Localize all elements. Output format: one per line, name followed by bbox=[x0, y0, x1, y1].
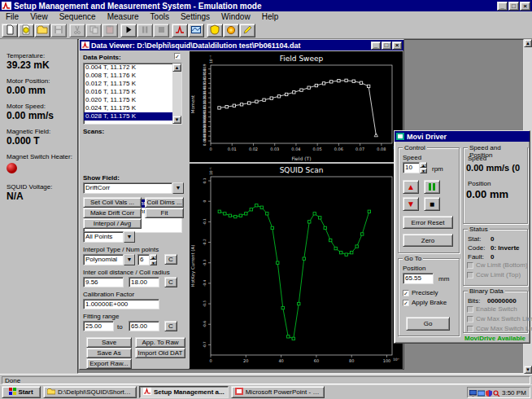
chevron-down-icon[interactable]: ▼ bbox=[124, 231, 135, 243]
open-folder-button[interactable] bbox=[34, 24, 50, 37]
network-icon[interactable] bbox=[477, 385, 485, 399]
menu-settings[interactable]: Settings bbox=[175, 12, 216, 21]
list-item[interactable]: 0.024 T, 11.175 K bbox=[84, 104, 172, 112]
spinner-down-icon[interactable]: ▼ bbox=[420, 168, 427, 173]
svg-text:0.02: 0.02 bbox=[249, 147, 258, 151]
scroll-down-icon[interactable]: ▼ bbox=[172, 116, 181, 124]
interpol-type-combo[interactable]: Polynomial ▼ bbox=[83, 254, 135, 265]
list-item[interactable]: 0.004 T, 11.172 K bbox=[84, 64, 172, 72]
fit-from-field[interactable]: 25.00 bbox=[83, 321, 114, 331]
clear-coil-button[interactable]: C bbox=[164, 277, 177, 287]
error-reset-button[interactable]: Error Reset bbox=[403, 216, 453, 229]
menu-help[interactable]: Help bbox=[256, 12, 285, 21]
jog-down-button[interactable]: ▼ bbox=[403, 197, 419, 211]
alarm-button[interactable] bbox=[223, 24, 239, 37]
export-raw-button[interactable]: Export Raw... bbox=[86, 358, 132, 369]
menu-view[interactable]: View bbox=[24, 12, 54, 21]
magnifier-icon[interactable] bbox=[493, 385, 499, 399]
calibration-field[interactable]: 1.00000E+000 bbox=[83, 299, 159, 309]
menu-window[interactable]: Window bbox=[216, 12, 256, 21]
checkbox-apply-brake[interactable]: ✓Apply Brake bbox=[403, 299, 447, 306]
list-item[interactable]: 0.028 T, 11.175 K bbox=[84, 112, 172, 121]
svg-text:0.07: 0.07 bbox=[355, 147, 364, 151]
scroll-down-icon[interactable]: ▼ bbox=[524, 366, 532, 374]
spinner-up-icon[interactable]: ▲ bbox=[420, 162, 427, 168]
goto-position-field[interactable]: 65.55 bbox=[403, 273, 434, 284]
chevron-down-icon[interactable]: ▼ bbox=[172, 182, 184, 194]
edit-pen-button[interactable] bbox=[239, 24, 255, 37]
sp-position-value: 0.00 mm bbox=[466, 188, 508, 200]
checkbox-box[interactable]: ✓ bbox=[403, 300, 409, 306]
movi-titlebar: Movi Driver bbox=[395, 131, 530, 142]
squid-scan-chart: 0204060801000.10-0.1-0.2-0.3-0.4-0.5-0.6… bbox=[190, 164, 403, 369]
speed-stepper[interactable]: 10 ▲ ▼ bbox=[403, 162, 427, 173]
list-item[interactable]: 0.012 T, 11.175 K bbox=[84, 80, 172, 88]
taskbar-task-1[interactable]: Setup Management a... bbox=[139, 386, 229, 398]
display-icon[interactable] bbox=[469, 385, 477, 399]
import-old-dat-button[interactable]: Import Old DAT bbox=[135, 348, 185, 358]
paste-button bbox=[102, 24, 118, 37]
status-checkboxes: Cw Limit (Bottom)Ccw Limit (Top) bbox=[467, 261, 528, 281]
spinner-down-icon[interactable]: ▼ bbox=[150, 260, 157, 265]
maximize-button[interactable]: □ bbox=[508, 2, 519, 11]
chevron-down-icon[interactable]: ▼ bbox=[124, 254, 135, 265]
spinner-up-icon[interactable]: ▲ bbox=[150, 254, 157, 260]
coil-radius-field[interactable]: 18.00 bbox=[129, 277, 159, 287]
data-points-checkbox[interactable]: ✓ bbox=[174, 53, 181, 59]
data-points-scrollbar[interactable]: ▲ ▼ bbox=[172, 64, 181, 124]
dv-close-button[interactable]: × bbox=[392, 42, 402, 50]
go-button[interactable]: Go bbox=[406, 317, 450, 331]
shield-button[interactable] bbox=[207, 24, 223, 37]
peak-measure-button[interactable] bbox=[172, 24, 188, 37]
scroll-up-icon[interactable]: ▲ bbox=[524, 39, 532, 47]
play-button[interactable] bbox=[120, 24, 137, 37]
list-item[interactable]: 0.008 T, 11.176 K bbox=[84, 72, 172, 80]
status-row-value: 0: Inverte bbox=[491, 244, 520, 252]
interpol-avg-button[interactable]: Interpol / Avg bbox=[83, 218, 142, 229]
close-button[interactable]: × bbox=[520, 2, 530, 11]
zero-button[interactable]: Zero bbox=[403, 234, 453, 247]
checkbox-box[interactable]: ✓ bbox=[403, 290, 409, 296]
jog-up-button[interactable]: ▲ bbox=[403, 180, 419, 194]
fit-to-field[interactable]: 65.00 bbox=[129, 321, 159, 331]
all-points-combo[interactable]: All Points ▼ bbox=[83, 231, 135, 243]
stop-button[interactable]: ■ bbox=[424, 197, 440, 211]
dv-maximize-button[interactable]: □ bbox=[382, 42, 391, 50]
app-to-raw-button[interactable]: App. To Raw bbox=[135, 337, 185, 348]
rpm-label: rpm bbox=[432, 165, 443, 173]
save-button[interactable]: Save bbox=[86, 337, 132, 348]
taskbar-task-0[interactable]: D:\Delphi\SQUID\Shortcuts bbox=[43, 386, 137, 398]
open-recent-button[interactable] bbox=[18, 24, 34, 37]
svg-text:-0.3: -0.3 bbox=[203, 259, 207, 266]
task-label: D:\Delphi\SQUID\Shortcuts bbox=[58, 388, 133, 396]
new-document-button[interactable] bbox=[2, 24, 18, 37]
menu-sequence[interactable]: Sequence bbox=[54, 12, 102, 21]
start-button[interactable]: Start bbox=[2, 386, 41, 398]
clear-fitting-button[interactable]: C bbox=[164, 321, 177, 331]
taskbar-task-2[interactable]: Microsoft PowerPoint - [P... bbox=[231, 386, 325, 398]
dv-minimize-button[interactable]: _ bbox=[371, 42, 381, 50]
list-item[interactable]: 0.016 T, 11.175 K bbox=[84, 88, 172, 96]
save-as-button[interactable]: Save As bbox=[86, 348, 132, 358]
menu-tools[interactable]: Tools bbox=[145, 12, 175, 21]
clear-interpol-button[interactable]: C bbox=[164, 254, 177, 265]
shield-icon[interactable] bbox=[486, 385, 492, 399]
fit-button[interactable]: Fit bbox=[145, 208, 184, 218]
minimize-button[interactable]: _ bbox=[497, 2, 508, 11]
num-points-stepper[interactable]: 6 ▲ ▼ bbox=[137, 254, 157, 265]
scan-view-button[interactable] bbox=[188, 24, 204, 37]
make-drift-corr-button[interactable]: Make Drift Corr bbox=[83, 208, 142, 218]
menu-measure[interactable]: Measure bbox=[102, 12, 145, 21]
data-points-list[interactable]: ▲ ▼ 0.004 T, 11.172 K0.008 T, 11.176 K0.… bbox=[83, 63, 182, 125]
menu-file[interactable]: File bbox=[0, 12, 24, 21]
show-field-combo[interactable]: DriftCorr ▼ bbox=[83, 182, 184, 194]
paste-icon bbox=[104, 24, 116, 37]
scroll-up-icon[interactable]: ▲ bbox=[172, 64, 181, 72]
coil-dims-button[interactable]: Coil Dims ... bbox=[145, 197, 184, 208]
checkbox-precisely[interactable]: ✓Precisely bbox=[403, 289, 447, 296]
pause-button[interactable] bbox=[424, 180, 440, 194]
list-item[interactable]: 0.020 T, 11.175 K bbox=[84, 96, 172, 104]
coil-distance-field[interactable]: 9.56 bbox=[83, 277, 124, 287]
set-coil-vals-button[interactable]: Set Coil Vals ... bbox=[83, 197, 142, 208]
binary-checkboxes: Enable SwitchCw Max Switch LimitCcw Max … bbox=[467, 305, 532, 335]
